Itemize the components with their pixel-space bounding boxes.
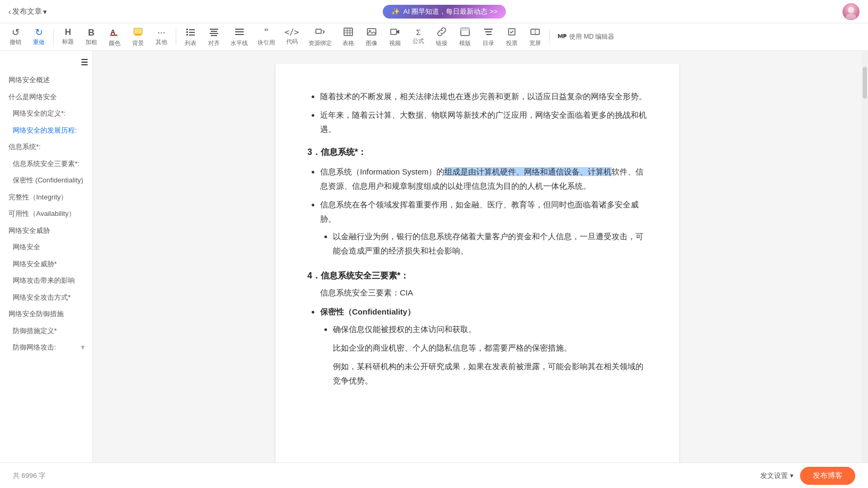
sidebar-item-8[interactable]: 可用性（Availability） (0, 205, 92, 222)
bottom-right: 发文设置 ▾ 发布博客 (760, 467, 855, 485)
post-settings-button[interactable]: 发文设置 ▾ (760, 471, 794, 481)
vote-icon (507, 27, 517, 38)
dropdown-arrow: ▾ (43, 7, 47, 16)
sidebar-item-10[interactable]: 网络安全 (0, 239, 92, 256)
toc-button[interactable]: 目录 (477, 25, 500, 49)
publish-button[interactable]: 发布博客 (800, 467, 855, 485)
sidebar-item-3[interactable]: 网络安全的发展历程: (0, 122, 92, 139)
hr-button[interactable]: 水平线 (226, 25, 252, 49)
sidebar-toggle-icon: ☰ (81, 57, 88, 67)
svg-point-1 (848, 7, 854, 13)
sidebar-item-7[interactable]: 完整性（Integrity） (0, 189, 92, 206)
section-4-c-heading: 保密性（Confidentiality） (320, 307, 415, 316)
top-bullet-2-text: 近年来，随着云计算、大数据、物联网等新技术的广泛应用，网络安全面临着更多的挑战和… (320, 110, 647, 134)
sidebar-item-4[interactable]: 信息系统*: (0, 138, 92, 155)
vote-label: 投票 (506, 39, 518, 47)
bg-button[interactable]: 背景 (127, 25, 149, 49)
svg-rect-9 (186, 31, 188, 33)
word-count: 共 6996 字 (13, 471, 46, 481)
avatar[interactable]: Un (843, 3, 860, 20)
svg-rect-28 (391, 29, 397, 34)
wide-label: 宽屏 (529, 39, 541, 47)
back-button[interactable]: ‹ 发布文章 ▾ (8, 7, 47, 16)
align-button[interactable]: 对齐 (203, 25, 225, 49)
image-button[interactable]: 图像 (360, 25, 383, 49)
svg-rect-8 (189, 29, 195, 30)
svg-rect-18 (235, 31, 244, 32)
bg-label: 背景 (132, 39, 144, 47)
code-button[interactable]: </> 代码 (280, 27, 303, 48)
section-3: 3．信息系统*： 信息系统（Information System）的组成是由计算… (307, 147, 647, 258)
top-bullets: 随着技术的不断发展，相关法律法规也在逐步完善和更新，以适应日益复杂的网络安全形势… (307, 89, 647, 136)
section-3-sub-bullets: 以金融行业为例，银行的信息系统存储着大量客户的资金和个人信息，一旦遭受攻击，可能… (320, 229, 647, 258)
hr-label: 水平线 (230, 39, 248, 47)
redo-icon: ↻ (35, 28, 43, 37)
svg-rect-19 (235, 34, 244, 35)
sidebar-item-16[interactable]: 防御网络攻击: ▼ (0, 339, 92, 356)
section-4-bullets: 保密性（Confidentiality） 确保信息仅能被授权的主体访问和获取。 … (307, 304, 647, 388)
code-icon: </> (285, 29, 299, 37)
list-label: 列表 (185, 39, 196, 47)
video-button[interactable]: 视频 (384, 25, 406, 49)
link-icon (437, 27, 446, 38)
list-button[interactable]: 列表 (179, 25, 202, 49)
table-button[interactable]: 表格 (337, 25, 359, 49)
svg-rect-4 (110, 34, 117, 36)
ai-banner[interactable]: ✨ AI 圈早知道，每日最新动态 >> (383, 5, 506, 19)
md-editor-label: 使用 MD 编辑器 (569, 32, 614, 41)
color-button[interactable]: A 颜色 (104, 25, 126, 49)
svg-rect-26 (367, 29, 376, 35)
redo-button[interactable]: ↻ 重做 (28, 25, 50, 48)
cia-line: 信息系统安全三要素：CIA (320, 288, 647, 298)
sidebar-item-14[interactable]: 网络安全防御措施 (0, 306, 92, 323)
section-4-heading: 4．信息系统安全三要素*： (307, 271, 647, 282)
vote-button[interactable]: 投票 (501, 25, 523, 49)
sidebar-item-6[interactable]: 保密性 (Confidentiality) (0, 172, 92, 189)
divider-1 (53, 29, 54, 45)
resource-button[interactable]: 资源绑定 (304, 25, 336, 49)
heading-button[interactable]: H 标题 (57, 26, 79, 48)
svg-rect-7 (186, 29, 188, 30)
formula-label: 公式 (412, 37, 424, 45)
sidebar-item-13[interactable]: 网络安全攻击方式* (0, 289, 92, 306)
hr-icon (235, 27, 244, 38)
avatar-image (843, 3, 860, 20)
bold-icon: B (88, 28, 94, 37)
sidebar-item-9[interactable]: 网络安全威胁 (0, 222, 92, 239)
top-bar: ‹ 发布文章 ▾ ✨ AI 圈早知道，每日最新动态 >> Un (0, 0, 868, 23)
section-4-c-subs: 确保信息仅能被授权的主体访问和获取。 比如企业的商业机密、个人的隐私信息等，都需… (320, 322, 647, 388)
scrollbar-thumb[interactable] (863, 67, 867, 99)
s3sb1-text: 以金融行业为例，银行的信息系统存储着大量客户的资金和个人信息，一旦遭受攻击，可能… (333, 232, 643, 255)
section-3-bullet-1: 信息系统（Information System）的组成是由计算机硬件、网络和通信… (320, 164, 647, 193)
align-icon (209, 27, 219, 38)
svg-rect-20 (316, 29, 321, 33)
template-button[interactable]: 模版 (454, 25, 476, 49)
top-bullet-1-text: 随着技术的不断发展，相关法律法规也在逐步完善和更新，以适应日益复杂的网络安全形势… (320, 92, 647, 101)
sidebar-item-0[interactable]: 网络安全概述 (0, 72, 92, 89)
sidebar-item-5[interactable]: 信息系统安全三要素*: (0, 155, 92, 172)
sidebar-item-2[interactable]: 网络安全的定义*: (0, 105, 92, 122)
sidebar-toggle[interactable]: ☰ (0, 55, 92, 72)
bold-button[interactable]: B 加粗 (80, 26, 102, 48)
sidebar-item-1[interactable]: 什么是网络安全 (0, 89, 92, 106)
md-editor-button[interactable]: 使用 MD 编辑器 (553, 29, 618, 45)
section-3-heading-text: 3．信息系统*： (307, 147, 366, 158)
sidebar-item-16-expand[interactable]: ▼ (80, 343, 86, 352)
editor-page[interactable]: 随着技术的不断发展，相关法律法规也在逐步完善和更新，以适应日益复杂的网络安全形势… (276, 64, 679, 463)
formula-button[interactable]: Σ 公式 (407, 27, 429, 47)
s4c-bullet-1: 确保信息仅能被授权的主体访问和获取。 比如企业的商业机密、个人的隐私信息等，都需… (333, 322, 647, 388)
sidebar-item-11[interactable]: 网络安全威胁* (0, 256, 92, 273)
color-icon: A (110, 27, 119, 38)
wide-button[interactable]: 宽屏 (524, 25, 546, 49)
quote-button[interactable]: " 块引用 (253, 25, 279, 49)
svg-rect-14 (211, 31, 217, 32)
publish-title: 发布文章 (12, 7, 42, 16)
more-button[interactable]: ··· 其他 (150, 25, 173, 48)
toc-label: 目录 (483, 39, 494, 47)
link-button[interactable]: 链接 (431, 25, 453, 49)
sidebar-item-12[interactable]: 网络攻击带来的影响 (0, 272, 92, 289)
wide-icon (530, 27, 540, 38)
undo-button[interactable]: ↺ 撤销 (4, 25, 27, 48)
quote-icon: " (264, 27, 268, 38)
sidebar-item-15[interactable]: 防御措施定义* (0, 323, 92, 339)
